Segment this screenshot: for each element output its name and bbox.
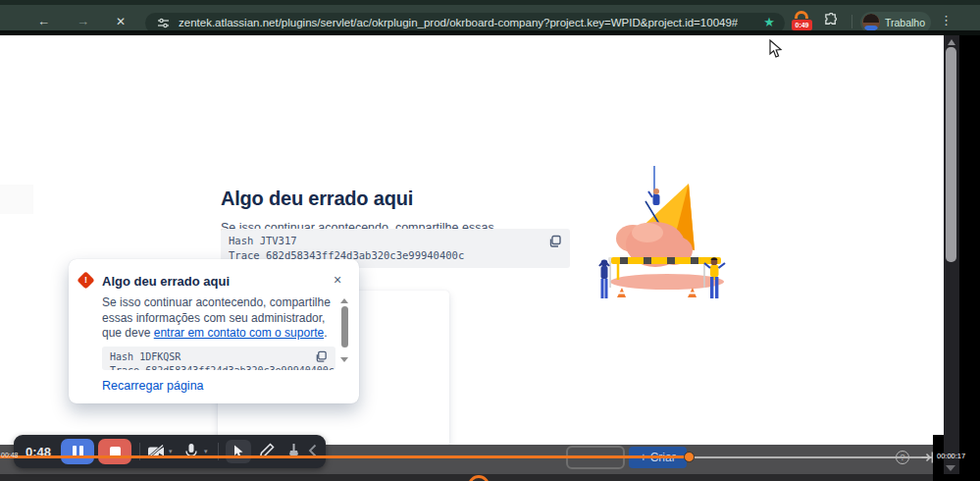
error-icon: ! [77,271,94,289]
recorder-extension-icon[interactable]: 0:49 [791,11,814,31]
pause-button[interactable] [61,439,94,464]
dialog-support-link[interactable]: entrar em contato com o suporte [154,326,324,340]
extensions-icon[interactable] [824,13,839,27]
dialog-trace-label: Trace [110,365,139,370]
timeline-progress[interactable] [0,455,689,458]
hash-label: Hash [229,235,253,246]
bottom-strip [0,474,935,481]
screen: ← → ✕ zentek.atlassian.net/plugins/servl… [0,0,980,481]
dialog-body-end: . [324,326,327,340]
scrollbar-down-icon[interactable] [946,465,955,471]
microphone-caret-icon[interactable]: ▾ [204,448,208,455]
bookmark-star-icon[interactable]: ★ [763,15,775,29]
hash-line: Hash JTV317 [229,235,297,246]
reload-page-link[interactable]: Recarregar página [102,379,204,393]
dialog-title: Algo deu errado aqui [102,274,230,289]
dialog-scrollbar[interactable] [341,306,348,347]
dialog-hash-trace-block: Hash 1DFKQSR Trace 682d58343ff24d3ab320c… [102,347,335,370]
dialog-hash-line: Hash 1DFKQSR [110,351,181,362]
profile-name: Trabalho [885,17,925,28]
close-icon[interactable]: × [334,272,341,288]
current-time-label: 00:00:17 [937,452,965,460]
scrollbar-up-icon[interactable] [948,39,955,45]
dialog-hash-label: Hash [110,351,133,362]
error-illustration [579,162,755,309]
recorder-arc-icon [795,11,808,19]
browser-toolbar: ← → ✕ zentek.atlassian.net/plugins/servl… [0,5,980,30]
dialog-hash-value: 1DFKQSR [139,351,181,362]
error-exclamation: ! [79,274,92,287]
back-icon[interactable]: ← [37,14,50,29]
help-icon[interactable]: ? [896,451,909,464]
duration-label: 00:48 [1,452,19,458]
forward-icon[interactable]: → [77,14,89,29]
copy-icon[interactable] [548,235,562,248]
avatar [862,14,880,31]
error-dialog: ! Algo deu errado aqui × Se isso continu… [69,259,359,403]
page-title: Algo deu errado aqui [221,187,413,210]
dialog-copy-icon[interactable] [315,350,328,363]
scroll-up-icon[interactable] [340,298,348,303]
scroll-down-icon[interactable] [340,357,348,362]
stop-button[interactable] [98,439,131,464]
stop-loading-icon[interactable]: ✕ [116,14,126,29]
playhead[interactable] [684,452,695,462]
camera-caret-icon[interactable]: ▾ [169,448,173,455]
url-text[interactable]: zentek.atlassian.net/plugins/servlet/ac/… [179,17,738,28]
mouse-cursor [769,39,783,59]
dialog-trace-line: Trace 682d58343ff24d3ab320c3e99940400c [110,365,335,370]
site-settings-icon[interactable] [157,17,170,29]
dialog-trace-value: 682d58343ff24d3ab320c3e99940400c [145,365,335,370]
browser-menu-icon[interactable]: ⋮ [940,13,953,27]
hash-value: JTV317 [260,235,297,246]
recorder-toolbar: 0:48 ▾ ▾ [14,435,326,468]
recorder-timer-badge: 0:49 [792,20,812,30]
avatar-hair [863,14,879,23]
sidebar-remnant [0,185,33,214]
cursor-tool-button[interactable] [226,440,251,463]
toolbar-divider [851,15,852,28]
dialog-body: Se isso continuar acontecendo, compartil… [102,295,335,342]
scrollbar-thumb[interactable] [946,47,956,262]
